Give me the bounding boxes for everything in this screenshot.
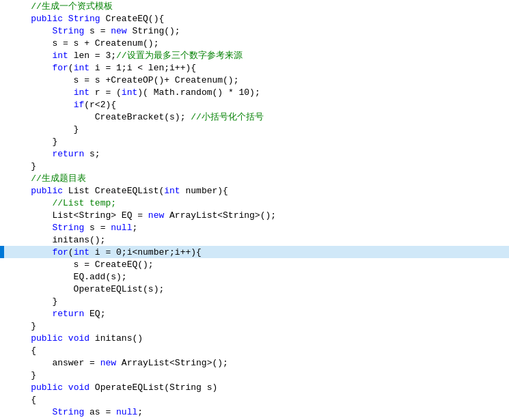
token: //生成题目表 (31, 173, 86, 184)
token: r = ( (90, 87, 122, 98)
code-line: //生成一个资式模板 (0, 0, 509, 12)
token: public (31, 186, 63, 196)
token: if (74, 100, 85, 110)
line-text: } (4, 124, 509, 135)
token (10, 149, 52, 159)
token: } (10, 321, 36, 331)
line-text: CreateBracket(s); //小括号化个括号 (4, 111, 509, 123)
token: initans(); (10, 235, 105, 245)
token: random (180, 87, 212, 98)
line-text: answer = new ArrayList<String>(); (4, 358, 509, 368)
token: //设置为最多三个数字参考来源 (116, 51, 243, 61)
token: initans() (90, 333, 143, 344)
line-text: String s = null; (4, 223, 509, 233)
token: ; (132, 223, 137, 233)
token: number){ (180, 186, 228, 196)
code-line: } (0, 320, 509, 332)
token: return (52, 309, 84, 319)
token: { (10, 346, 36, 356)
token (10, 14, 31, 24)
token: String (52, 407, 84, 417)
token: return (52, 149, 84, 159)
line-text: for(int i = 0;i<number;i++){ (4, 247, 509, 257)
code-line: String as = null; (0, 406, 509, 418)
token: public (31, 14, 63, 24)
token (10, 87, 74, 98)
code-line: s = s + Createnum(); (0, 37, 509, 49)
token: i = 1;i < len;i++){ (90, 63, 196, 73)
code-line: public void initans() (0, 332, 509, 344)
token: OperateEQList(s); (10, 284, 164, 294)
token: new (111, 26, 126, 36)
token: s = (84, 223, 111, 233)
token: } (10, 137, 57, 147)
token: List CreateEQList( (63, 186, 164, 196)
token: CreateBracket(s); (10, 112, 191, 122)
token: EQ.add(s); (10, 272, 127, 282)
line-text: //List temp; (4, 198, 509, 208)
token (10, 407, 52, 417)
token (63, 333, 68, 344)
code-line: public void OperateEQList(String s) (0, 381, 509, 393)
token: int (164, 186, 180, 196)
token: ArrayList<String>(); (116, 358, 228, 368)
token: s = (84, 26, 111, 36)
line-text: if(r<2){ (4, 100, 509, 110)
line-text: String as = null; (4, 407, 509, 417)
token (10, 247, 52, 257)
line-text: int r = (int)( Math.random() * 10); (4, 87, 509, 98)
token: List<String> EQ = (10, 210, 148, 221)
token (10, 63, 52, 73)
line-text: int len = 3;//设置为最多三个数字参考来源 (4, 49, 509, 61)
code-line: public String CreateEQ(){ (0, 12, 509, 25)
code-line: } (0, 295, 509, 307)
token (10, 100, 74, 110)
code-line: } (0, 369, 509, 381)
token: //生成一个资式模板 (10, 1, 113, 12)
line-text: public List CreateEQList(int number){ (4, 186, 509, 196)
token (10, 309, 52, 319)
token: int (74, 63, 90, 73)
line-text: } (4, 370, 509, 380)
line-text: } (4, 321, 509, 331)
token: for (52, 63, 68, 73)
token: String (52, 26, 84, 36)
line-text: } (4, 161, 509, 171)
token: as = (84, 407, 116, 417)
line-text: { (4, 395, 509, 405)
token: () * 10); (212, 87, 260, 98)
token: s; (84, 149, 100, 159)
code-line: int r = (int)( Math.random() * 10); (0, 86, 509, 98)
code-line: for(int i = 0;i<number;i++){ (0, 246, 509, 258)
token: OperateEQList(String s) (90, 382, 217, 393)
code-line: for(int i = 1;i < len;i++){ (0, 61, 509, 74)
token (10, 186, 31, 196)
line-text: s = s +CreateOP()+ Createnum(); (4, 75, 509, 85)
line-text: //生成一个资式模板 (4, 0, 509, 12)
token: ( (68, 247, 74, 257)
token: ArrayList<String>(); (164, 210, 276, 221)
code-line: s = CreateEQ(); (0, 258, 509, 270)
line-text: public void initans() (4, 333, 509, 344)
line-text: return s; (4, 149, 509, 159)
code-line: s = s +CreateOP()+ Createnum(); (0, 74, 509, 86)
token (63, 382, 68, 393)
token: int (122, 87, 137, 98)
token: String (52, 223, 84, 233)
token: s = s + Createnum(); (10, 38, 159, 48)
token: int (74, 87, 90, 98)
token: null (111, 223, 132, 233)
code-line: OperateEQList(s); (0, 283, 509, 295)
token: ; (137, 407, 143, 417)
code-line: //List temp; (0, 197, 509, 209)
line-text: } (4, 137, 509, 147)
token: } (10, 124, 79, 135)
token: String (68, 14, 100, 24)
line-text: String s = new String(); (4, 26, 509, 36)
code-line: { (0, 393, 509, 406)
token (10, 26, 52, 36)
token: null (116, 407, 137, 417)
token: //List temp; (52, 198, 116, 208)
token: s = CreateEQ(); (10, 260, 154, 270)
code-line: String s = new String(); (0, 25, 509, 37)
